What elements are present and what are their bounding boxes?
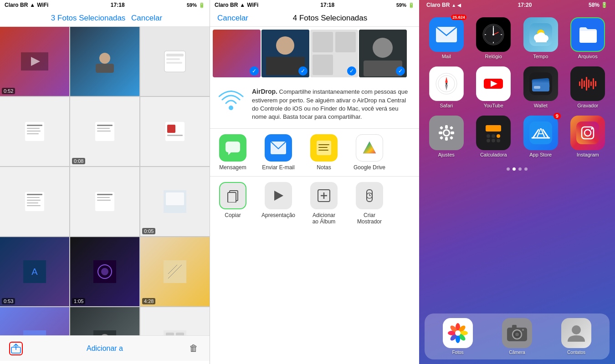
share-icon <box>11 344 21 354</box>
status-right-3: 58% 🔋 <box>589 2 608 8</box>
svg-point-88 <box>492 34 494 35</box>
share-item-email[interactable]: Enviar E-mail <box>256 134 301 171</box>
battery-icon-1: 🔋 <box>199 2 205 8</box>
photo-thumb <box>70 307 139 335</box>
arquivos-label: Arquivos <box>578 54 598 59</box>
photo-cell[interactable] <box>0 167 69 236</box>
album-icon <box>310 182 338 209</box>
photo-thumb <box>0 97 69 166</box>
p1-title: 3 Fotos Selecionadas Cancelar <box>47 14 162 23</box>
gear-icon <box>435 121 458 144</box>
photo-thumb <box>0 307 69 335</box>
weather-icon <box>523 17 558 52</box>
mail-label: Mail <box>442 54 451 59</box>
copiar-label: Copiar <box>225 212 241 218</box>
svg-point-139 <box>497 139 500 142</box>
action-copiar[interactable]: Copiar <box>210 182 256 225</box>
share-apps-row: Mensagem Enviar E-mail Notas <box>210 129 419 177</box>
page-dots <box>419 165 615 173</box>
photo-cell[interactable] <box>0 97 69 166</box>
share-item-gdrive[interactable]: Google Drive <box>347 134 392 171</box>
photo-cell[interactable]: ✓ <box>70 307 139 335</box>
calc-icon <box>476 116 511 150</box>
photo-cell[interactable]: ✓ <box>0 307 69 335</box>
add-to-button[interactable]: Adicionar a <box>87 344 123 353</box>
app-safari[interactable]: Safari <box>425 66 468 108</box>
photo-grid: 0:52 <box>0 27 210 335</box>
app-tempo[interactable]: Tempo <box>519 17 563 59</box>
app-ajustes[interactable]: Ajustes <box>425 116 468 157</box>
relogio-label: Relógio <box>485 54 502 59</box>
mail-badge: 25.624 <box>451 15 466 20</box>
bottom-toolbar: Adicionar a 🗑 <box>0 335 210 361</box>
app-mail[interactable]: 25.624 Mail <box>425 17 468 59</box>
svg-point-137 <box>487 139 490 142</box>
airdrop-description: AirDrop. Compartilhe instantaneamente co… <box>252 87 412 121</box>
dock-contacts[interactable]: Contatos <box>561 318 591 355</box>
photo-cell[interactable]: 4:28 <box>140 237 210 306</box>
svg-rect-11 <box>27 131 41 131</box>
gdrive-icon <box>356 134 383 162</box>
dock-photos[interactable]: Fotos <box>443 318 473 355</box>
app-appstore[interactable]: A 9 App Store <box>519 116 563 157</box>
mensagem-icon <box>219 134 246 162</box>
copy-icon <box>226 189 240 202</box>
carrier-2: Claro BR <box>215 2 238 8</box>
svg-rect-10 <box>27 128 40 129</box>
album-label: Adicionar ao Álbum <box>313 212 336 225</box>
svg-rect-111 <box>534 86 540 89</box>
photo-cell[interactable]: 0:05 <box>140 167 210 236</box>
message-bubble-icon <box>225 140 241 156</box>
svg-rect-117 <box>588 80 589 88</box>
app-wallet[interactable]: Wallet <box>519 66 563 108</box>
thumb-sel-1: ✓ <box>250 66 259 76</box>
share-item-mensagem[interactable]: Mensagem <box>210 134 256 171</box>
share-button[interactable] <box>9 342 23 355</box>
mostrador-icon <box>356 182 383 209</box>
app-relogio[interactable]: Relógio <box>472 17 516 59</box>
dot-3 <box>518 167 522 171</box>
photo-cell[interactable] <box>140 27 210 96</box>
time-3: 17:20 <box>518 2 532 8</box>
photo-cell[interactable]: A 0:53 <box>0 237 69 306</box>
action-album[interactable]: Adicionar ao Álbum <box>301 182 347 225</box>
photo-cell[interactable] <box>140 97 210 166</box>
dock-camera[interactable]: Câmera <box>502 318 532 355</box>
wallet-cards-icon <box>529 72 552 95</box>
photo-cell[interactable]: 0:08 <box>70 97 139 166</box>
app-instagram[interactable]: Instagram <box>566 116 610 157</box>
svg-rect-14 <box>97 125 113 126</box>
svg-point-36 <box>101 268 108 275</box>
photo-cell[interactable]: 1:05 <box>70 237 139 306</box>
p2-cancel-btn[interactable]: Cancelar <box>217 14 248 23</box>
safari-icon <box>429 66 464 101</box>
status-right-1: 59% 🔋 <box>187 2 205 8</box>
action-mostrador[interactable]: Criar Mostrador <box>347 182 392 225</box>
photo-thumb <box>70 97 139 166</box>
app-youtube[interactable]: YouTube <box>472 66 516 108</box>
photo-cell[interactable] <box>70 27 139 96</box>
app-calculadora[interactable]: Calculadora <box>472 116 516 157</box>
svg-point-60 <box>373 38 393 58</box>
email-icon <box>265 134 292 162</box>
instagram-icon <box>570 116 605 150</box>
time-2: 17:18 <box>320 2 334 8</box>
delete-button[interactable]: 🗑 <box>187 342 200 355</box>
gravador-label: Gravador <box>577 103 598 108</box>
p1-cancel-btn[interactable]: Cancelar <box>131 14 162 22</box>
calculadora-label: Calculadora <box>480 152 507 157</box>
share-item-notas[interactable]: Notas <box>301 134 347 171</box>
thumb-sel-3: ✓ <box>347 66 356 76</box>
svg-point-165 <box>572 325 581 334</box>
app-gravador[interactable]: Gravador <box>566 66 610 108</box>
app-arquivos[interactable]: Arquivos <box>566 17 610 59</box>
photo-cell[interactable]: 0:52 <box>0 27 69 96</box>
mostrador-label: Criar Mostrador <box>357 212 382 225</box>
action-apresentacao[interactable]: Apresentação <box>256 182 301 225</box>
photo-cell[interactable]: ✓ <box>140 307 210 335</box>
svg-marker-71 <box>363 142 376 153</box>
photo-cell[interactable] <box>70 167 139 236</box>
svg-rect-18 <box>167 125 175 133</box>
battery-icon-2: 🔋 <box>408 2 415 8</box>
fotos-label: Fotos <box>452 350 463 355</box>
